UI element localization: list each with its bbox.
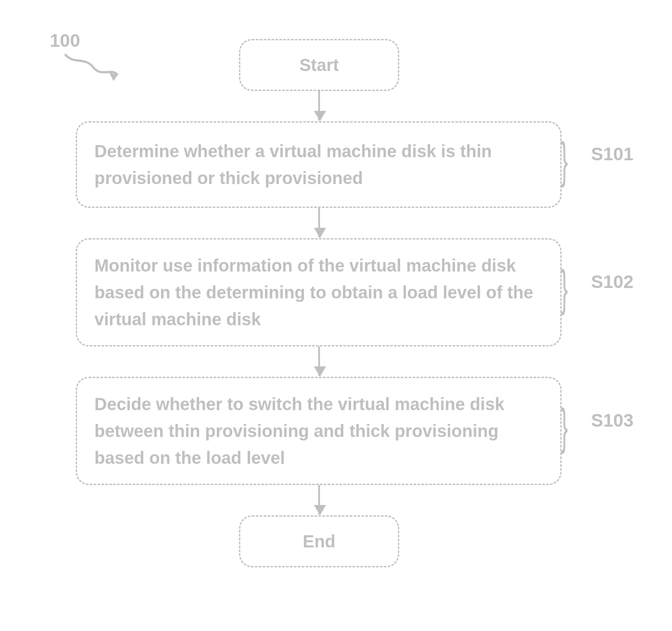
- step-s103: Decide whether to switch the virtual mac…: [76, 377, 562, 485]
- step-s101: Determine whether a virtual machine disk…: [76, 121, 562, 208]
- step-s102-text: Monitor use information of the virtual m…: [94, 252, 543, 333]
- figure-ref-100: 100: [50, 30, 80, 51]
- brace-s103: }: [561, 397, 568, 455]
- arrow-s102-to-s103: [318, 346, 320, 376]
- end-label: End: [303, 528, 336, 555]
- end-node: End: [239, 515, 399, 567]
- figure-ref-arrow: [61, 50, 130, 84]
- step-s103-text: Decide whether to switch the virtual mac…: [94, 391, 543, 471]
- arrow-s103-to-end: [318, 485, 320, 515]
- ref-s102: S102: [591, 272, 633, 292]
- start-node: Start: [239, 39, 399, 91]
- flowchart-canvas: 100 Start Determine whether a virtual ma…: [0, 0, 672, 631]
- arrow-s101-to-s102: [318, 208, 320, 237]
- brace-s102: }: [561, 259, 568, 316]
- step-s102: Monitor use information of the virtual m…: [76, 238, 562, 346]
- step-s101-text: Determine whether a virtual machine disk…: [94, 138, 543, 191]
- arrow-start-to-s101: [318, 91, 320, 120]
- start-label: Start: [299, 52, 339, 78]
- ref-s101: S101: [591, 144, 633, 165]
- ref-s103: S103: [591, 410, 633, 431]
- brace-s101: }: [561, 131, 568, 188]
